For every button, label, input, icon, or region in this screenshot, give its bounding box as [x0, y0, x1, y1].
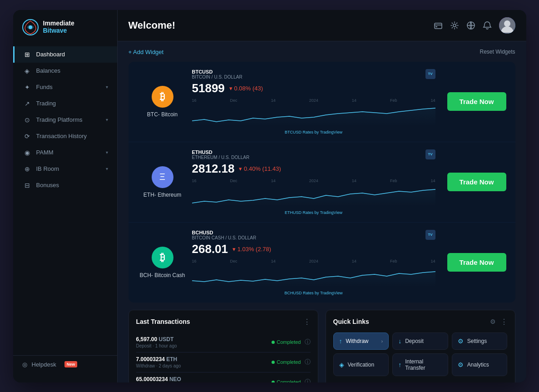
bch-chart-row: ₿ BCH- Bitcoin Cash BCHUSD BITCOIN CASH …: [129, 223, 515, 303]
sidebar-label-ib-room: IB Room: [36, 165, 100, 172]
transactions-menu-icon[interactable]: ⋮: [303, 318, 311, 326]
tx-right-2: Completed ⓘ: [272, 358, 310, 366]
helpdesk-item[interactable]: ◎ Helpdesk New: [22, 361, 108, 368]
bch-symbol: BCHUSD: [192, 230, 257, 235]
dashboard-icon: ⊞: [24, 51, 31, 58]
quick-link-settings[interactable]: ⚙ Settings: [452, 332, 508, 350]
bch-chart-area: BCHUSD BITCOIN CASH / U.S. DOLLAR TV 268…: [188, 230, 440, 295]
tx-status-label-3: Completed: [277, 379, 301, 382]
sidebar-item-ib-room[interactable]: ⊕ IB Room ▾: [13, 161, 117, 177]
topbar-card-icon[interactable]: [434, 21, 443, 30]
btc-crypto-info: ₿ BTC- Bitcoin: [138, 86, 188, 118]
tx-status-label-2: Completed: [277, 359, 301, 365]
btc-symbol: BTCUSD: [192, 69, 242, 74]
quick-link-internal-transfer[interactable]: ↑ Internal Transfer: [392, 353, 448, 376]
pamm-chevron: ▾: [106, 150, 108, 155]
settings-label: Settings: [467, 338, 487, 344]
eth-price-row: 2812.18 ▾ 0.40% (11.43): [192, 162, 435, 176]
svg-point-1: [29, 25, 32, 29]
btc-trade-button[interactable]: Trade Now: [447, 92, 506, 111]
quick-links-gear-icon[interactable]: ⚙: [490, 318, 496, 325]
sidebar-label-balances: Balances: [36, 67, 108, 74]
btc-axis-labels: 16Dec14202414Feb14: [192, 98, 435, 103]
transactions-title: Last Transactions: [136, 318, 190, 325]
tx-status-dot-3: [272, 381, 275, 382]
topbar-bell-icon[interactable]: [483, 21, 492, 30]
sidebar-label-trading: Trading: [36, 100, 108, 107]
history-icon: ⟳: [24, 133, 31, 140]
tx-amount-1: 6,597.00 USDT: [136, 336, 177, 342]
pamm-icon: ◉: [24, 149, 31, 156]
tx-left-3: 65.00003234 NEO Deposit · 3 days ago: [136, 376, 181, 382]
quick-links-title: Quick Links: [333, 318, 369, 325]
logo-area[interactable]: Immediate Bitwave: [13, 19, 117, 46]
tx-amount-3: 65.00003234 NEO: [136, 376, 181, 382]
quick-link-analytics[interactable]: ⚙ Analytics: [452, 353, 508, 376]
topbar-settings-icon[interactable]: [450, 21, 459, 30]
quick-links-grid: ↑ Withdraw › ↓ Deposit ⚙ Settings: [333, 332, 508, 376]
sidebar-label-trading-platforms: Trading Platforms: [36, 116, 100, 123]
funds-icon: ✦: [24, 84, 31, 91]
platforms-icon: ⊙: [24, 116, 31, 124]
sidebar: Immediate Bitwave ⊞ Dashboard ◈ Balances…: [13, 10, 118, 382]
eth-pair: ETHEREUM / U.S. DOLLAR: [192, 155, 250, 160]
tx-detail-1: Deposit · 1 hour ago: [136, 343, 177, 348]
deposit-label: Deposit: [405, 338, 424, 344]
funds-chevron: ▾: [106, 84, 108, 89]
quick-link-deposit[interactable]: ↓ Deposit: [392, 332, 448, 350]
bch-price: 268.01: [192, 242, 228, 256]
sidebar-item-dashboard[interactable]: ⊞ Dashboard: [13, 46, 117, 63]
reset-widgets-button[interactable]: Reset Widgets: [480, 49, 515, 55]
sidebar-label-pamm: PAMM: [36, 149, 100, 156]
bch-name: BCH- Bitcoin Cash: [139, 272, 185, 278]
eth-icon: Ξ: [152, 166, 173, 188]
topbar-globe-icon[interactable]: [466, 21, 475, 30]
svg-rect-3: [435, 26, 437, 27]
transactions-panel: Last Transactions ⋮ 6,597.00 USDT Deposi…: [129, 310, 318, 382]
btc-chart-svg: [192, 104, 435, 129]
sidebar-item-funds[interactable]: ✦ Funds ▾: [13, 79, 117, 95]
btc-pair: BITCOIN / U.S. DOLLAR: [192, 74, 242, 79]
sidebar-item-trading-platforms[interactable]: ⊙ Trading Platforms ▾: [13, 112, 117, 128]
btc-name: BTC- Bitcoin: [147, 111, 178, 118]
btc-chart-area: BTCUSD BITCOIN / U.S. DOLLAR TV 51899 ▾ …: [188, 69, 440, 134]
svg-point-7: [504, 20, 510, 27]
eth-chart-label: ETHUSD Rates by TradingView: [192, 210, 435, 215]
sidebar-item-transaction-history[interactable]: ⟳ Transaction History: [13, 128, 117, 144]
tx-status-dot-2: [272, 361, 275, 364]
tx-status-1: Completed: [272, 339, 301, 345]
helpdesk-icon: ◎: [22, 361, 27, 368]
tx-info-icon-2[interactable]: ⓘ: [305, 358, 311, 366]
withdraw-arrow: ›: [381, 338, 383, 344]
btc-price-row: 51899 ▾ 0.08% (43): [192, 81, 435, 95]
tx-info-icon-3[interactable]: ⓘ: [305, 378, 311, 382]
tx-left-1: 6,597.00 USDT Deposit · 1 hour ago: [136, 336, 177, 348]
btc-chart-header: BTCUSD BITCOIN / U.S. DOLLAR TV: [192, 69, 435, 79]
btc-icon: ₿: [152, 86, 173, 108]
sidebar-item-bonuses[interactable]: ⊟ Bonuses: [13, 177, 117, 194]
user-avatar[interactable]: [499, 17, 515, 34]
bottom-panels: Last Transactions ⋮ 6,597.00 USDT Deposi…: [129, 310, 515, 382]
sidebar-item-balances[interactable]: ◈ Balances: [13, 63, 117, 79]
tx-info-icon-1[interactable]: ⓘ: [305, 338, 311, 346]
tx-status-label-1: Completed: [277, 339, 301, 345]
quick-links-menu-icon[interactable]: ⋮: [500, 318, 508, 326]
add-widget-button[interactable]: + Add Widget: [129, 49, 164, 55]
bch-trade-button[interactable]: Trade Now: [447, 253, 506, 272]
quick-link-verification[interactable]: ◈ Verification: [333, 353, 389, 376]
btc-tv-logo: TV: [425, 69, 435, 79]
bch-crypto-info: ₿ BCH- Bitcoin Cash: [138, 247, 188, 278]
quick-link-withdraw[interactable]: ↑ Withdraw ›: [333, 332, 389, 350]
eth-trade-button[interactable]: Trade Now: [447, 173, 506, 191]
svg-point-4: [453, 24, 456, 27]
internal-transfer-label: Internal Transfer: [405, 358, 442, 371]
bch-price-row: 268.01 ▾ 1.03% (2.78): [192, 242, 435, 256]
bch-chart-label: BCHUSD Rates by TradingView: [192, 291, 435, 295]
sidebar-item-trading[interactable]: ↗ Trading: [13, 95, 117, 112]
sidebar-item-pamm[interactable]: ◉ PAMM ▾: [13, 144, 117, 161]
content-area: + Add Widget Reset Widgets ₿ BTC- Bitcoi…: [118, 41, 526, 382]
internal-transfer-icon: ↑: [398, 361, 401, 368]
eth-chart-svg: [192, 184, 435, 209]
tx-right-3: Completed ⓘ: [272, 378, 310, 382]
sidebar-label-bonuses: Bonuses: [36, 182, 108, 189]
